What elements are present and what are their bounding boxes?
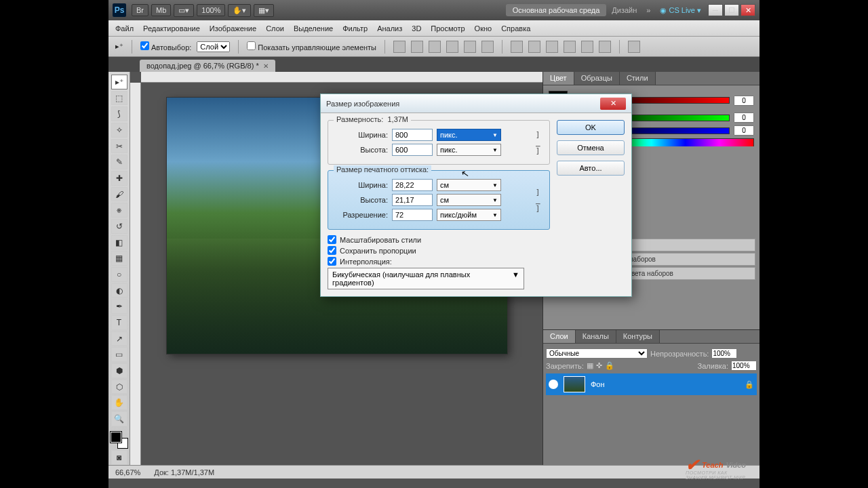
stamp-tool-icon[interactable]: ⎈ bbox=[111, 203, 127, 218]
distribute-icon[interactable] bbox=[511, 41, 523, 53]
minimize-icon[interactable]: ─ bbox=[708, 4, 723, 16]
fill-input[interactable] bbox=[731, 361, 757, 371]
autoselect-checkbox[interactable]: Автовыбор: bbox=[140, 41, 191, 52]
menu-file[interactable]: Файл bbox=[115, 24, 134, 33]
hand-tool-icon[interactable]: ✋ bbox=[111, 395, 127, 410]
resolution-input[interactable] bbox=[392, 209, 433, 221]
dodge-tool-icon[interactable]: ◐ bbox=[111, 283, 127, 298]
marquee-tool-icon[interactable]: ⬚ bbox=[111, 91, 127, 106]
r-input[interactable] bbox=[734, 96, 754, 106]
interpolation-select[interactable]: Бикубическая (наилучшая для плавных град… bbox=[328, 268, 524, 289]
distribute-icon[interactable] bbox=[528, 41, 540, 53]
maximize-icon[interactable]: ☐ bbox=[724, 4, 739, 16]
opacity-input[interactable] bbox=[711, 348, 737, 359]
align-icon[interactable] bbox=[464, 41, 476, 53]
move-tool-icon[interactable]: ▸⁺ bbox=[111, 75, 127, 89]
crop-tool-icon[interactable]: ✂ bbox=[111, 139, 127, 154]
workspace-active[interactable]: Основная рабочая среда bbox=[506, 4, 607, 16]
menu-filter[interactable]: Фильтр bbox=[342, 24, 368, 33]
doc-width-unit[interactable]: см▼ bbox=[437, 179, 501, 191]
menu-layer[interactable]: Слои bbox=[266, 24, 284, 33]
distribute-icon[interactable] bbox=[564, 41, 576, 53]
tab-layers[interactable]: Слои bbox=[543, 330, 576, 343]
eraser-tool-icon[interactable]: ◧ bbox=[111, 235, 127, 250]
3d-camera-icon[interactable]: ⬡ bbox=[111, 380, 127, 394]
ok-button[interactable]: OK bbox=[557, 120, 625, 135]
doc-height-unit[interactable]: см▼ bbox=[437, 194, 501, 206]
scale-styles-checkbox[interactable]: Масштабировать стили bbox=[328, 235, 550, 244]
align-icon[interactable] bbox=[446, 41, 458, 53]
cslive-button[interactable]: ◉ CS Live ▾ bbox=[654, 6, 707, 15]
lock-pixels-icon[interactable]: ▦ bbox=[587, 361, 593, 370]
dialog-titlebar[interactable]: Размер изображения ✕ bbox=[321, 94, 631, 113]
auto-align-icon[interactable] bbox=[628, 41, 640, 53]
type-tool-icon[interactable]: T bbox=[111, 315, 127, 330]
menu-3d[interactable]: 3D bbox=[412, 24, 421, 33]
layer-thumbnail[interactable] bbox=[564, 376, 585, 392]
3d-tool-icon[interactable]: ⬢ bbox=[111, 363, 127, 378]
workspace-design[interactable]: Дизайн bbox=[606, 4, 642, 16]
workspace-more-icon[interactable]: » bbox=[642, 6, 654, 14]
cancel-button[interactable]: Отмена bbox=[557, 140, 625, 155]
tab-swatches[interactable]: Образцы bbox=[574, 72, 620, 85]
history-brush-icon[interactable]: ↺ bbox=[111, 219, 127, 234]
px-height-unit[interactable]: пикс.▼ bbox=[437, 144, 501, 156]
px-width-input[interactable] bbox=[392, 129, 433, 141]
constrain-proportions-checkbox[interactable]: Сохранить пропорции bbox=[328, 246, 550, 255]
menu-view[interactable]: Просмотр bbox=[431, 24, 465, 33]
lock-position-icon[interactable]: ✜ bbox=[596, 361, 602, 370]
heal-tool-icon[interactable]: ✚ bbox=[111, 171, 127, 186]
tab-styles[interactable]: Стили bbox=[620, 72, 656, 85]
show-controls-checkbox[interactable]: Показать управляющие элементы bbox=[247, 41, 376, 52]
align-icon[interactable] bbox=[429, 41, 441, 53]
eyedropper-tool-icon[interactable]: ✎ bbox=[111, 155, 127, 169]
minibridge-icon[interactable]: Mb bbox=[151, 4, 171, 16]
doc-width-input[interactable] bbox=[392, 179, 433, 191]
lock-all-icon[interactable]: 🔒 bbox=[605, 361, 614, 370]
b-input[interactable] bbox=[734, 125, 754, 136]
blur-tool-icon[interactable]: ○ bbox=[111, 267, 127, 282]
hand-icon[interactable]: ✋▾ bbox=[228, 4, 251, 17]
status-docinfo[interactable]: Док: 1,37M/1,37M bbox=[154, 468, 214, 476]
document-tab[interactable]: водопад.jpeg @ 66,7% (RGB/8) * ✕ bbox=[140, 60, 275, 72]
menu-window[interactable]: Окно bbox=[475, 24, 492, 33]
auto-button[interactable]: Авто... bbox=[557, 161, 625, 176]
distribute-icon[interactable] bbox=[599, 41, 611, 53]
menu-help[interactable]: Справка bbox=[501, 24, 530, 33]
g-input[interactable] bbox=[734, 113, 754, 123]
wand-tool-icon[interactable]: ✧ bbox=[111, 123, 127, 138]
path-tool-icon[interactable]: ↗ bbox=[111, 331, 127, 346]
distribute-icon[interactable] bbox=[581, 41, 593, 53]
ruler-horizontal[interactable] bbox=[141, 72, 542, 83]
dialog-close-icon[interactable]: ✕ bbox=[600, 98, 626, 110]
menu-edit[interactable]: Редактирование bbox=[143, 24, 200, 33]
zoom-level[interactable]: 100% bbox=[197, 4, 225, 16]
px-width-unit[interactable]: пикс.▼ bbox=[437, 129, 501, 141]
px-height-input[interactable] bbox=[392, 144, 433, 156]
menu-select[interactable]: Выделение bbox=[294, 24, 333, 33]
blend-mode-select[interactable]: Обычные bbox=[546, 348, 648, 359]
align-icon[interactable] bbox=[393, 41, 406, 53]
resample-checkbox[interactable]: Интерполяция: bbox=[328, 257, 550, 266]
tab-channels[interactable]: Каналы bbox=[576, 330, 616, 343]
bridge-icon[interactable]: Br bbox=[132, 4, 149, 16]
status-zoom[interactable]: 66,67% bbox=[115, 468, 140, 476]
menu-analysis[interactable]: Анализ bbox=[377, 24, 402, 33]
align-icon[interactable] bbox=[481, 41, 494, 53]
quickmask-icon[interactable]: ◙ bbox=[111, 450, 127, 465]
gradient-tool-icon[interactable]: ▦ bbox=[111, 251, 127, 266]
ruler-vertical[interactable] bbox=[130, 83, 141, 465]
arrange-icon[interactable]: ▦▾ bbox=[254, 4, 274, 17]
autoselect-target[interactable]: Слой bbox=[197, 41, 230, 52]
tab-color[interactable]: Цвет bbox=[543, 72, 574, 85]
close-tab-icon[interactable]: ✕ bbox=[263, 62, 269, 70]
zoom-tool-icon[interactable]: 🔍 bbox=[111, 411, 127, 426]
align-icon[interactable] bbox=[411, 41, 423, 53]
lasso-tool-icon[interactable]: ⟆ bbox=[111, 106, 127, 121]
color-swatches[interactable] bbox=[111, 432, 128, 449]
close-icon[interactable]: ✕ bbox=[741, 4, 755, 16]
tab-paths[interactable]: Контуры bbox=[616, 330, 660, 343]
visibility-icon[interactable] bbox=[549, 380, 558, 389]
shape-tool-icon[interactable]: ▭ bbox=[111, 347, 127, 362]
distribute-icon[interactable] bbox=[546, 41, 558, 53]
